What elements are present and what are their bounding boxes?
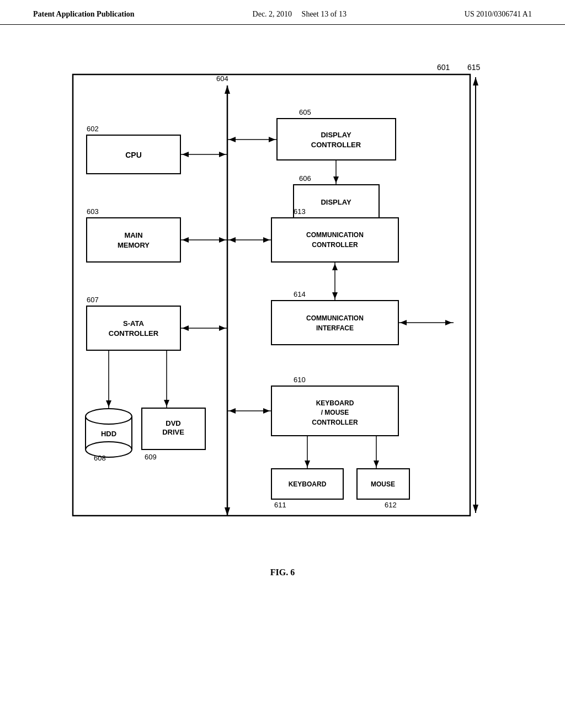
- svg-marker-46: [263, 237, 270, 243]
- svg-rect-23: [271, 301, 398, 345]
- page-header: Patent Application Publication Dec. 2, 2…: [0, 0, 565, 25]
- display-label: DISPLAY: [321, 198, 351, 206]
- header-sheet: Sheet 13 of 13: [302, 10, 347, 18]
- hdd-label: HDD: [101, 430, 116, 438]
- header-publication-type: Patent Application Publication: [33, 10, 135, 19]
- svg-text:DRIVE: DRIVE: [162, 428, 184, 436]
- svg-marker-48: [332, 264, 338, 270]
- svg-marker-35: [219, 237, 226, 243]
- ref-604: 604: [216, 74, 228, 83]
- keyboard-label: KEYBOARD: [289, 480, 327, 488]
- s-ata-label: S-ATA: [123, 319, 144, 328]
- svg-text:CONTROLLER: CONTROLLER: [109, 329, 159, 338]
- figure-caption: FIG. 6: [270, 568, 295, 577]
- svg-marker-17: [225, 507, 230, 516]
- svg-marker-16: [225, 85, 230, 94]
- svg-marker-43: [333, 176, 339, 183]
- svg-marker-45: [229, 237, 236, 243]
- svg-marker-34: [182, 237, 189, 243]
- dvd-label: DVD: [166, 419, 180, 427]
- circuit-diagram: 601 615 CPU 602 MAIN MEMORY 603: [56, 58, 509, 554]
- svg-text:CONTROLLER: CONTROLLER: [312, 241, 358, 249]
- svg-text:INTERFACE: INTERFACE: [316, 324, 354, 332]
- header-date-sheet: Dec. 2, 2010 Sheet 13 of 13: [253, 10, 347, 19]
- svg-marker-60: [164, 400, 169, 406]
- svg-marker-38: [219, 325, 226, 331]
- cpu-label: CPU: [125, 151, 142, 159]
- svg-marker-37: [182, 325, 189, 331]
- ref-612: 612: [385, 501, 397, 509]
- ref-611: 611: [274, 501, 286, 509]
- svg-text:CONTROLLER: CONTROLLER: [312, 419, 358, 426]
- svg-marker-62: [445, 320, 452, 325]
- svg-marker-49: [332, 292, 338, 299]
- ref-610: 610: [294, 376, 306, 384]
- header-date: Dec. 2, 2010: [253, 10, 292, 18]
- svg-rect-5: [87, 218, 180, 262]
- kbd-mouse-ctrl-label: KEYBOARD: [316, 399, 354, 407]
- ref-613: 613: [294, 207, 306, 216]
- svg-marker-63: [400, 320, 407, 325]
- comm-iface-label: COMMUNICATION: [306, 314, 364, 322]
- ref-615: 615: [467, 63, 481, 72]
- diagram-wrapper: 601 615 CPU 602 MAIN MEMORY 603: [56, 58, 509, 556]
- svg-marker-54: [305, 461, 310, 467]
- ref-603: 603: [87, 207, 99, 216]
- ref-608: 608: [94, 454, 106, 462]
- main-memory-label: MAIN: [124, 231, 142, 239]
- ref-605: 605: [299, 108, 311, 116]
- header-patent-number: US 2010/0306741 A1: [465, 10, 532, 19]
- ref-614: 614: [294, 290, 306, 298]
- svg-text:MEMORY: MEMORY: [118, 241, 150, 249]
- comm-ctrl-label: COMMUNICATION: [306, 231, 364, 239]
- svg-marker-58: [106, 400, 111, 407]
- svg-marker-51: [229, 408, 236, 414]
- svg-marker-32: [219, 152, 226, 157]
- svg-marker-41: [269, 137, 275, 142]
- svg-point-9: [86, 409, 132, 424]
- ref-609: 609: [145, 453, 157, 461]
- svg-marker-56: [374, 461, 379, 467]
- ref-607: 607: [87, 296, 99, 304]
- svg-marker-52: [263, 408, 270, 414]
- ref-606: 606: [299, 174, 311, 183]
- svg-marker-31: [182, 152, 189, 157]
- svg-rect-7: [87, 306, 180, 350]
- svg-rect-18: [277, 119, 396, 160]
- ref-601: 601: [437, 63, 450, 72]
- svg-marker-2: [473, 77, 478, 85]
- mouse-label: MOUSE: [371, 480, 395, 488]
- svg-text:CONTROLLER: CONTROLLER: [311, 141, 361, 149]
- svg-rect-21: [271, 218, 398, 262]
- svg-marker-3: [473, 505, 478, 513]
- svg-marker-40: [229, 137, 236, 142]
- display-controller-label: DISPLAY: [321, 131, 351, 139]
- main-content: 601 615 CPU 602 MAIN MEMORY 603: [0, 25, 565, 599]
- ref-602: 602: [87, 125, 99, 133]
- svg-point-12: [86, 442, 132, 457]
- svg-text:/ MOUSE: / MOUSE: [321, 409, 349, 416]
